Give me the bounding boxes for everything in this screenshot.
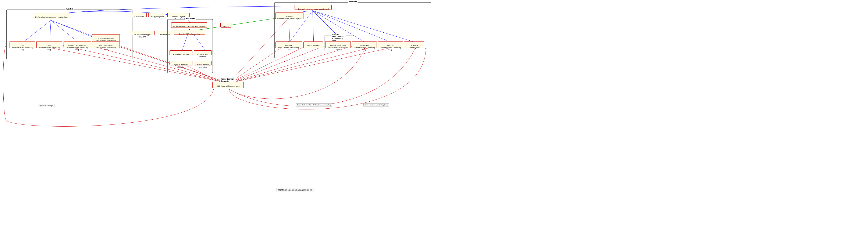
diagram-container: AUX-PXI HL Asynchronous command receptio… [0, 0, 868, 228]
tec-controller-node[interactable]: TEC Controller [130, 13, 147, 18]
tma-is-label: TMA IS [223, 26, 229, 28]
azimuth-traj-node[interactable]: Azimuth trajectory generation [169, 61, 192, 65]
state-machine-ml-annotation: State Machine Monitoring Loop [364, 103, 389, 106]
oss-ml-annotation: Operation Manager [38, 104, 55, 107]
encoder-sm-node[interactable]: Encoder State Machine & Monitoring Loop [276, 12, 304, 19]
ios-power-ethercat-label: Ios and Power Supply EtherCAT [134, 34, 151, 38]
cabinet-thermal-sm-node[interactable]: Cabinet Thermal control State Machine & … [64, 41, 91, 48]
tec-sm-node[interactable]: TEC State Machine & Monitoring Loop [9, 41, 35, 48]
azimuth-axis-interface-node[interactable]: Azimuth Axis Interface [169, 51, 192, 55]
tec-controller-label: TEC Controller [133, 16, 144, 18]
aux-hl-async-node[interactable]: HL Asynchronous command reception task [33, 13, 70, 19]
modbus-cabinet-node[interactable]: Modbus Cabinet Controller [167, 13, 190, 18]
elevation-sm-node[interactable]: Elevation State Machine & Monitoring Loo… [276, 41, 302, 48]
mount-control-label: Mount Control Computer [220, 78, 237, 82]
axes-hl-async-label: HL Asynchronous command reception task [173, 25, 205, 27]
mtmount-op-manager-node[interactable]: OSS Machine Monitoring Loop [212, 82, 244, 88]
oss-sm-node[interactable]: OSS State Machine & Monitoring Loop [36, 41, 62, 48]
tma-pxi-label: TMA-PXI [348, 0, 358, 3]
elevation-axis-interface-node[interactable]: Elevation Axis Interface [194, 51, 212, 55]
azimuth-sm-group-label: AzimuthState Machine & Monitoring Loop [332, 34, 346, 41]
azimuth-axis-interface-label: Azimuth Axis Interface [173, 53, 189, 55]
encoder-sm-label: Encoder State Machine & Monitoring Loop [277, 15, 302, 19]
encoder-udp-node[interactable]: Encoder UDP data reception [174, 30, 205, 35]
tma-is-interface-node[interactable]: TMA IS Interface [304, 41, 323, 48]
tma-hl-async-label: HL Asynchronous command reception task [297, 8, 329, 10]
ios-power-ethercat-node[interactable]: Ios and Power Supply EtherCAT [130, 31, 155, 35]
balancing-sm-node[interactable]: Balancing State Machine & Monitoring Loo… [378, 41, 403, 48]
operation-manager-annotation: MTMount Operation Manager (C++) [277, 188, 313, 192]
tma-hl-async-node[interactable]: HL Asynchronous command reception task [294, 5, 332, 10]
tma-is-node[interactable]: TMA IS [220, 23, 231, 28]
tma-is-interface-label: TMA IS Interface [307, 44, 319, 46]
oil-supply-node[interactable]: Oil Supply System [148, 13, 165, 18]
cable-state-sm-annotation: Cable State Machine & Monitoring Loop Wr… [296, 103, 332, 106]
encoder-udp-label: Encoder UDP data reception [179, 33, 200, 35]
axes-pxi-label: AXES-PXI [185, 18, 195, 20]
elevation-traj-node[interactable]: Elevation trajectory generation [194, 61, 212, 65]
azimuth-cable-wrap-sm-node[interactable]: Azimuth Cable Wrap State Machine & Monit… [325, 41, 351, 48]
drives-thermal-sm-node[interactable]: Drives thermal control State Machine & M… [92, 34, 120, 41]
aux-hl-async-label: HL Asynchronous command reception task [35, 16, 68, 18]
oil-supply-label: Oil Supply System [150, 16, 164, 18]
aux-pxi-label: AUX-PXI [65, 8, 74, 10]
mtmount-op-manager-label: OSS Machine Monitoring Loop [217, 85, 240, 87]
deployable-sm-node[interactable]: Deployable State Machine [404, 41, 424, 48]
deployable-sm-label: Deployable State Machine [409, 44, 420, 48]
main-power-sm-node[interactable]: Main Power Supply State Machine & Monito… [92, 41, 120, 48]
mirror-cover-sm-node[interactable]: Mirror Cover State Machine & Monitoring … [352, 41, 377, 48]
axes-hl-async-node[interactable]: HL Asynchronous command reception task [171, 23, 207, 28]
tma-pxi-group: TMA-PXI [274, 2, 431, 58]
